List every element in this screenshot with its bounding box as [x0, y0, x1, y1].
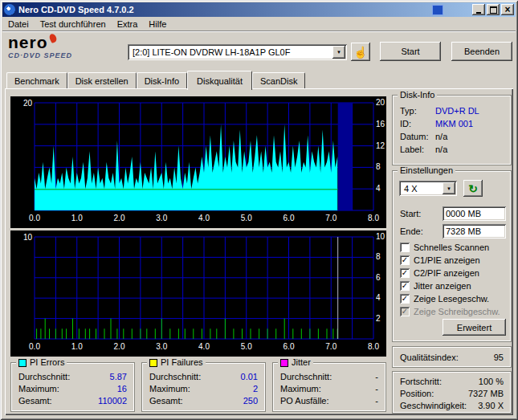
pi-failures-panel: PI Failures Durchschnitt:0.01 Maximum:2 … — [141, 362, 266, 412]
drive-select[interactable]: [2:0] LITE-ON DVDRW LH-18A1P GL0F ▼ — [128, 44, 347, 60]
stat-label: Maximum: — [280, 384, 321, 393]
tab-benchmark[interactable]: Benchmark — [6, 72, 67, 88]
disk-info-value: n/a — [435, 132, 447, 141]
disk-info-label: Label: — [400, 145, 435, 154]
ende-mb-label: Ende: — [400, 226, 423, 236]
svg-text:4.0: 4.0 — [198, 342, 210, 351]
svg-text:3.0: 3.0 — [156, 342, 167, 351]
advanced-button[interactable]: Erweitert — [443, 319, 506, 336]
tab-scandisk[interactable]: ScanDisk — [252, 72, 305, 88]
checkbox-box: ✓ — [400, 307, 410, 316]
chevron-down-icon: ▼ — [447, 186, 451, 191]
titlebar-extra-icon[interactable] — [432, 5, 443, 15]
svg-text:2.0: 2.0 — [114, 214, 125, 222]
svg-text:4: 4 — [376, 293, 381, 302]
speed-select-value: 4 X — [399, 184, 441, 194]
speed-value: 3.90 X — [478, 401, 504, 410]
minimize-button[interactable] — [472, 4, 485, 15]
jitter-panel-title: Jitter — [278, 357, 313, 368]
pi-errors-chart: 20481216200.01.02.03.04.05.06.07.08.0 — [10, 96, 386, 228]
stat-value: - — [375, 396, 378, 406]
svg-text:16: 16 — [376, 120, 385, 128]
menu-hilfe[interactable]: Hilfe — [143, 18, 172, 31]
speed-label: Geschwindigkeit: — [400, 401, 467, 410]
close-button[interactable]: × — [501, 4, 514, 15]
svg-text:2.0: 2.0 — [114, 342, 125, 351]
hand-icon: ☝ — [353, 46, 367, 59]
svg-text:8: 8 — [376, 252, 381, 261]
stat-label: Gesamt: — [18, 396, 52, 406]
maximize-button[interactable] — [487, 4, 500, 15]
close-icon: × — [504, 6, 510, 14]
stat-label: Durchschnitt: — [280, 372, 332, 381]
hand-tool-button[interactable]: ☝ — [351, 43, 370, 61]
progress-label: Fortschritt: — [400, 377, 442, 386]
stat-label: PO Ausfälle: — [280, 396, 329, 406]
disk-info-value: DVD+R DL — [435, 106, 479, 116]
checkbox-label: C1/PIE anzeigen — [414, 255, 480, 265]
svg-text:10: 10 — [376, 232, 385, 241]
tab-diskqualitaet[interactable]: Diskqualität — [187, 71, 252, 90]
progress-value: 100 % — [479, 377, 504, 386]
checkbox-c1-pie-anzeigen[interactable]: ✓C1/PIE anzeigen — [400, 255, 480, 266]
menu-extra[interactable]: Extra — [112, 18, 144, 31]
tab-disk-erstellen[interactable]: Disk erstellen — [67, 72, 137, 88]
checkbox-c2-pif-anzeigen[interactable]: ✓C2/PIF anzeigen — [400, 267, 479, 279]
svg-text:1.0: 1.0 — [71, 342, 83, 351]
stat-label: Durchschnitt: — [18, 372, 70, 381]
refresh-icon: ↻ — [468, 184, 478, 194]
jitter-panel: Jitter Durchschnitt:- Maximum:- PO Ausfä… — [272, 362, 386, 412]
svg-text:4.0: 4.0 — [198, 214, 210, 222]
window-title: Nero CD-DVD Speed 4.7.0.2 — [15, 5, 432, 14]
title-bar[interactable]: Nero CD-DVD Speed 4.7.0.2 × — [2, 2, 516, 17]
disk-info-label: Datum: — [400, 132, 435, 141]
speed-select[interactable]: 4 X ▼ — [399, 181, 457, 196]
svg-text:6: 6 — [376, 273, 381, 282]
svg-text:20: 20 — [376, 98, 385, 107]
tab-disk-info[interactable]: Disk-Info — [137, 72, 187, 88]
start-mb-input[interactable] — [443, 206, 506, 221]
stat-value: 2 — [253, 384, 258, 393]
logo-brand-text: nero — [8, 33, 48, 51]
svg-text:8.0: 8.0 — [368, 342, 379, 351]
checkbox-box: ✓ — [400, 255, 410, 265]
checkbox-zeige-schreibgeschw[interactable]: ✓Zeige Schreibgeschw. — [400, 306, 500, 317]
stat-value: 110002 — [98, 396, 127, 406]
checkbox-zeige-lesegeschw[interactable]: ✓Zeige Lesegeschw. — [400, 293, 489, 304]
svg-text:2: 2 — [376, 314, 381, 323]
checkbox-schnelles-scannen[interactable]: Schnelles Scannen — [400, 242, 489, 253]
drive-select-arrow-button[interactable]: ▼ — [332, 46, 345, 59]
logo-product-text: CD·DVD SPEED — [8, 52, 124, 59]
svg-text:1.0: 1.0 — [71, 214, 83, 222]
quit-button[interactable]: Beenden — [451, 42, 512, 61]
pi-errors-panel-title-text: PI Errors — [30, 357, 64, 368]
settings-panel-title: Einstellungen — [398, 165, 455, 176]
quality-index-panel: Qualitätsindex: 95 — [392, 346, 512, 368]
jitter-legend-swatch — [280, 359, 288, 367]
checkbox-box: ✓ — [400, 281, 410, 291]
checkbox-label: Zeige Schreibgeschw. — [414, 307, 500, 316]
checkbox-jitter-anzeigen[interactable]: ✓Jitter anzeigen — [400, 280, 471, 292]
svg-text:4: 4 — [376, 184, 381, 193]
svg-text:7.0: 7.0 — [325, 214, 336, 222]
svg-text:6.0: 6.0 — [283, 342, 295, 351]
svg-text:8.0: 8.0 — [368, 214, 379, 222]
svg-text:5.0: 5.0 — [241, 342, 252, 351]
ende-mb-input[interactable] — [443, 224, 506, 239]
chevron-down-icon: ▼ — [336, 50, 341, 55]
stat-value: 0.01 — [241, 372, 258, 381]
disk-info-panel-title: Disk-Info — [398, 90, 437, 100]
position-label: Position: — [400, 389, 434, 398]
disk-info-value: n/a — [435, 145, 447, 154]
speed-select-arrow-button[interactable]: ▼ — [443, 182, 455, 194]
progress-panel: Fortschritt:100 % Position:7327 MB Gesch… — [392, 371, 512, 414]
checkbox-label: Jitter anzeigen — [414, 281, 471, 291]
disk-info-label: ID: — [400, 119, 435, 128]
menu-test-durchfuehren[interactable]: Test durchführen — [35, 18, 112, 31]
tab-strip: Benchmark Disk erstellen Disk-Info Diskq… — [6, 71, 305, 90]
pi-failures-panel-title-text: PI Failures — [161, 357, 203, 368]
svg-text:8: 8 — [376, 162, 381, 171]
start-button[interactable]: Start — [380, 42, 441, 61]
refresh-speed-button[interactable]: ↻ — [463, 180, 483, 197]
menu-datei[interactable]: Datei — [2, 18, 35, 31]
